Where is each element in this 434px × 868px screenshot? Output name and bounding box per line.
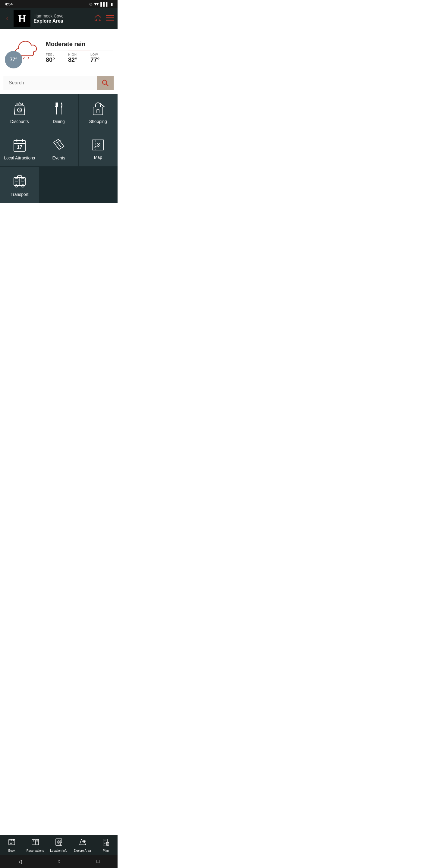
svg-line-7	[106, 84, 108, 86]
svg-rect-31	[21, 179, 24, 181]
header-actions	[94, 14, 114, 24]
svg-rect-35	[18, 176, 22, 178]
signal-icon: ▌▌▌	[100, 2, 109, 6]
high-stat: HIGH 82°	[68, 51, 90, 63]
local-attractions-label: Local Attractions	[4, 156, 35, 160]
home-button[interactable]	[94, 14, 102, 24]
temperature-display: 77°	[5, 51, 22, 68]
back-button[interactable]: ‹	[4, 13, 10, 24]
feel-stat: FEEL 80°	[46, 51, 68, 63]
status-icons: ⊙ ▾▾ ▌▌▌ ▮	[89, 2, 113, 6]
battery-icon: ▮	[111, 2, 113, 6]
map-label: Map	[94, 155, 102, 160]
svg-line-5	[27, 57, 29, 59]
header-title: Hammock Cove Explore Area	[33, 13, 91, 24]
app-logo: H	[13, 10, 30, 27]
status-bar: 4:54 ⊙ ▾▾ ▌▌▌ ▮	[0, 0, 118, 8]
events-icon	[52, 137, 66, 153]
status-time: 4:54	[5, 2, 13, 6]
menu-item-transport[interactable]: Transport	[0, 167, 39, 203]
menu-item-local-attractions[interactable]: 17 Local Attractions	[0, 130, 39, 166]
svg-line-4	[23, 57, 24, 59]
search-input[interactable]	[4, 76, 97, 90]
shopping-label: Shopping	[89, 119, 107, 124]
record-icon: ⊙	[89, 2, 93, 6]
svg-line-16	[100, 103, 103, 106]
transport-icon	[12, 174, 27, 189]
svg-rect-14	[93, 107, 103, 115]
menu-item-dining[interactable]: Dining	[39, 94, 78, 130]
dining-label: Dining	[53, 119, 65, 124]
transport-label: Transport	[10, 192, 28, 197]
shopping-icon	[91, 101, 105, 116]
weather-stats: FEEL 80° HIGH 82° LOW 77°	[46, 51, 113, 63]
svg-rect-30	[15, 179, 18, 181]
menu-item-events[interactable]: Events	[39, 130, 78, 166]
local-attractions-icon: 17	[13, 137, 27, 153]
discounts-icon: $	[13, 101, 27, 116]
events-label: Events	[53, 156, 65, 160]
svg-rect-15	[97, 110, 99, 113]
weather-details: Moderate rain FEEL 80° HIGH 82° LOW 77°	[46, 41, 113, 63]
menu-button[interactable]	[106, 15, 114, 23]
menu-item-map[interactable]: Map	[79, 130, 118, 166]
svg-text:$: $	[19, 108, 21, 112]
section-name: Explore Area	[33, 19, 91, 24]
low-stat: LOW 77°	[90, 51, 113, 63]
weather-icon: 77°	[5, 35, 41, 68]
menu-grid: $ Discounts Dining	[0, 94, 118, 203]
svg-line-23	[57, 142, 61, 147]
weather-section: 77° Moderate rain FEEL 80° HIGH 82° LOW …	[0, 29, 118, 73]
menu-item-shopping[interactable]: Shopping	[79, 94, 118, 130]
svg-text:17: 17	[17, 145, 22, 150]
property-name: Hammock Cove	[33, 13, 91, 19]
map-icon	[91, 138, 105, 152]
weather-condition: Moderate rain	[46, 41, 113, 48]
dining-icon	[53, 101, 65, 116]
menu-item-discounts[interactable]: $ Discounts	[0, 94, 39, 130]
search-bar	[4, 76, 114, 90]
app-header: ‹ H Hammock Cove Explore Area	[0, 8, 118, 29]
search-button[interactable]	[97, 76, 114, 90]
wifi-icon: ▾▾	[94, 2, 98, 6]
discounts-label: Discounts	[10, 119, 29, 124]
